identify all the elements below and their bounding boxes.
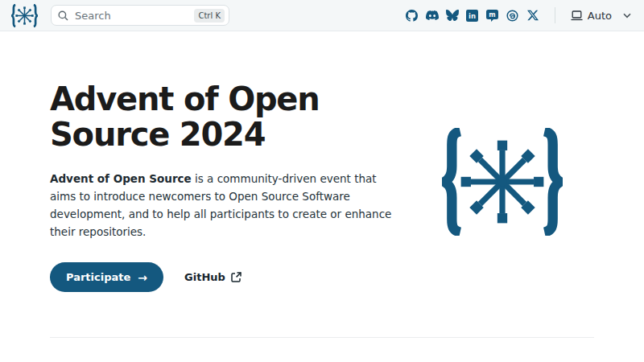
- hero-description: Advent of Open Source is a community-dri…: [50, 170, 396, 241]
- header-divider: [555, 7, 555, 23]
- svg-text:m: m: [489, 11, 496, 19]
- hero-actions: Participate → GitHub: [50, 262, 411, 292]
- header-right: in m Auto: [406, 7, 633, 23]
- advent-of-open-source-logo-icon: [11, 4, 38, 27]
- social-link-github[interactable]: [406, 9, 419, 22]
- mastodon-icon: m: [486, 10, 498, 22]
- threads-icon: [506, 10, 518, 22]
- site-header: Ctrl K in m: [0, 0, 644, 31]
- external-link-icon: [231, 272, 242, 282]
- github-link[interactable]: GitHub: [184, 271, 242, 283]
- hero-logo-area: [411, 31, 594, 292]
- search-box[interactable]: Ctrl K: [51, 5, 229, 26]
- site-logo[interactable]: [11, 4, 38, 27]
- participate-button[interactable]: Participate →: [50, 262, 163, 292]
- theme-switcher-label: Auto: [588, 10, 612, 22]
- social-link-mastodon[interactable]: m: [486, 9, 499, 22]
- hero-content: Advent of Open Source 2024 Advent of Ope…: [50, 31, 411, 292]
- search-shortcut-badge: Ctrl K: [194, 9, 225, 23]
- github-icon: [406, 10, 418, 22]
- participate-button-label: Participate: [66, 271, 130, 283]
- svg-text:in: in: [469, 12, 476, 20]
- theme-switcher[interactable]: Auto: [569, 8, 633, 23]
- search-icon: [58, 10, 68, 21]
- x-icon: [527, 10, 539, 21]
- hero-section: Advent of Open Source 2024 Advent of Ope…: [0, 31, 644, 292]
- discord-icon: [426, 9, 439, 22]
- hero-description-bold: Advent of Open Source: [50, 172, 192, 185]
- bluesky-icon: [446, 9, 459, 22]
- page-title: Advent of Open Source 2024: [50, 81, 388, 152]
- linkedin-icon: in: [466, 10, 478, 22]
- system-theme-icon: [571, 10, 583, 21]
- social-link-discord[interactable]: [426, 9, 439, 22]
- advent-of-open-source-logo-large: [442, 128, 563, 236]
- social-link-x[interactable]: [526, 9, 539, 22]
- social-link-threads[interactable]: [506, 9, 519, 22]
- section-divider: [50, 337, 594, 338]
- social-link-bluesky[interactable]: [446, 9, 459, 22]
- search-input[interactable]: [73, 9, 189, 23]
- github-link-label: GitHub: [184, 271, 225, 283]
- social-link-linkedin[interactable]: in: [466, 9, 479, 22]
- arrow-right-icon: →: [138, 272, 147, 283]
- chevron-down-icon: [623, 13, 631, 19]
